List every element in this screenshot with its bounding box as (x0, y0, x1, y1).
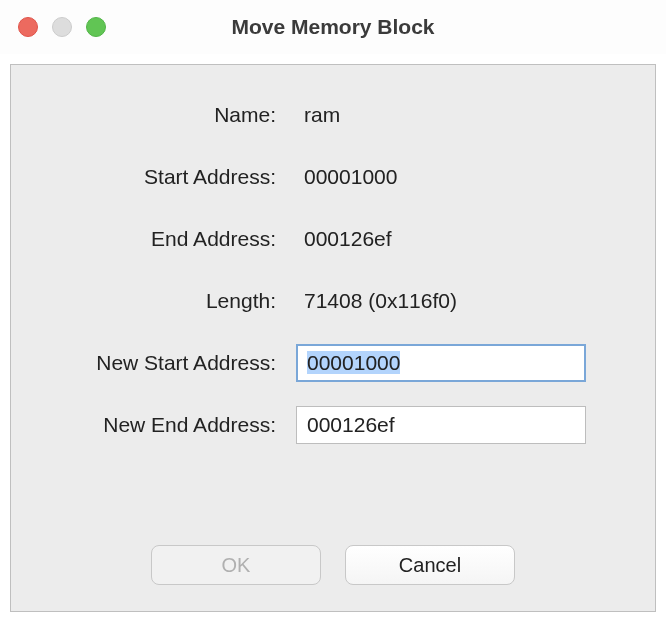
input-new-end-address[interactable] (296, 406, 586, 444)
value-start-address: 00001000 (296, 165, 397, 189)
label-name: Name: (41, 103, 296, 127)
minimize-icon (52, 17, 72, 37)
label-new-start-address: New Start Address: (41, 351, 296, 375)
button-bar: OK Cancel (41, 529, 625, 591)
ok-button[interactable]: OK (151, 545, 321, 585)
row-new-start-address: New Start Address: 00001000 (41, 343, 625, 383)
input-new-start-address[interactable]: 00001000 (296, 344, 586, 382)
content-panel: Name: ram Start Address: 00001000 End Ad… (10, 64, 656, 612)
maximize-icon[interactable] (86, 17, 106, 37)
value-name: ram (296, 103, 340, 127)
cancel-button[interactable]: Cancel (345, 545, 515, 585)
row-new-end-address: New End Address: (41, 405, 625, 445)
row-length: Length: 71408 (0x116f0) (41, 281, 625, 321)
dialog-window: Move Memory Block Name: ram Start Addres… (0, 0, 666, 622)
close-icon[interactable] (18, 17, 38, 37)
label-end-address: End Address: (41, 227, 296, 251)
label-new-end-address: New End Address: (41, 413, 296, 437)
label-start-address: Start Address: (41, 165, 296, 189)
value-length: 71408 (0x116f0) (296, 289, 457, 313)
value-end-address: 000126ef (296, 227, 392, 251)
row-end-address: End Address: 000126ef (41, 219, 625, 259)
content-outer: Name: ram Start Address: 00001000 End Ad… (0, 54, 666, 622)
label-length: Length: (41, 289, 296, 313)
row-name: Name: ram (41, 95, 625, 135)
titlebar: Move Memory Block (0, 0, 666, 54)
row-start-address: Start Address: 00001000 (41, 157, 625, 197)
form-area: Name: ram Start Address: 00001000 End Ad… (41, 95, 625, 529)
window-controls (18, 17, 106, 37)
